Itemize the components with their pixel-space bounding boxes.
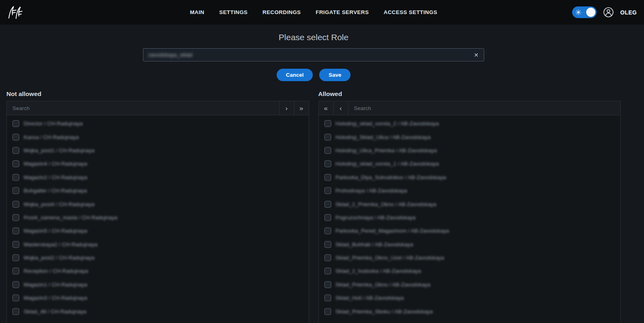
row-checkbox[interactable]: [324, 268, 331, 274]
navbar-right: OLEG: [572, 6, 637, 18]
camera-row[interactable]: Post4_zamena_masla / CH-Radujnaya: [7, 211, 309, 224]
camera-row[interactable]: Magazin4 / CH-Radujnaya: [7, 157, 309, 170]
camera-row[interactable]: Magazin2 / CH-Radujnaya: [7, 171, 309, 184]
camera-label: Mojka_post1 / CH-Radujnaya: [24, 147, 94, 153]
row-checkbox[interactable]: [324, 134, 331, 141]
camera-row[interactable]: Holodnyj_Ulica_Priemka / AB-Zavodskaya: [319, 144, 621, 157]
username: OLEG: [620, 9, 637, 16]
camera-label: Masterskaya2 / CH-Radujnaya: [24, 241, 98, 247]
row-checkbox[interactable]: [12, 201, 19, 208]
camera-row[interactable]: Sklad_Holl / AB-Zavodskaya: [319, 291, 621, 305]
camera-row[interactable]: Mojka_post4 / CH-Radujnaya: [7, 197, 309, 211]
row-checkbox[interactable]: [12, 281, 19, 288]
camera-row[interactable]: Director / CH-Radujnaya: [7, 117, 309, 130]
row-checkbox[interactable]: [12, 294, 19, 301]
row-checkbox[interactable]: [12, 187, 19, 194]
row-checkbox[interactable]: [12, 174, 19, 181]
sun-icon: [575, 9, 581, 15]
camera-label: Sklad_Priemka_Sboku / AB-Zavodskaya: [336, 309, 433, 315]
role-input[interactable]: [143, 49, 484, 61]
nav-link-main[interactable]: MAIN: [190, 9, 204, 15]
row-checkbox[interactable]: [12, 241, 19, 248]
allowed-header: « ‹: [319, 101, 621, 115]
camera-label: Sklad_48 / CH-Radujnaya: [24, 309, 86, 315]
camera-row[interactable]: Parkovka_Dlya_Sotrudnikov / AB-Zavodskay…: [319, 171, 621, 184]
camera-row[interactable]: Sklad_Priemka_Sboku / AB-Zavodskaya: [319, 305, 621, 318]
row-checkbox[interactable]: [12, 214, 19, 221]
content: Please select Role ✕ Cancel Save Not all…: [0, 33, 627, 323]
camera-label: Reception / CH-Radujnaya: [24, 268, 88, 274]
camera-label: Director / CH-Radujnaya: [24, 121, 83, 127]
row-checkbox[interactable]: [324, 187, 331, 194]
allowed-section: Allowed « ‹ Holodnyj_sklad_vorota_2 / AB…: [318, 90, 621, 323]
row-checkbox[interactable]: [324, 294, 331, 301]
allowed-search-input[interactable]: [348, 101, 621, 115]
row-checkbox[interactable]: [324, 120, 331, 127]
row-checkbox[interactable]: [324, 201, 331, 208]
camera-row[interactable]: Reception / CH-Radujnaya: [7, 264, 309, 278]
camera-row[interactable]: Pogruzochnaya / AB-Zavodskaya: [319, 211, 621, 224]
row-checkbox[interactable]: [324, 254, 331, 261]
camera-row[interactable]: Masterskaya2 / CH-Radujnaya: [7, 238, 309, 251]
main-nav: MAIN SETTINGS RECORDINGS FRIGATE SERVERS…: [190, 9, 437, 15]
camera-row[interactable]: Mojka_post1 / CH-Radujnaya: [7, 144, 309, 157]
camera-row[interactable]: Buhgalter / CH-Radujnaya: [7, 184, 309, 197]
row-checkbox[interactable]: [12, 120, 19, 127]
action-row: Cancel Save: [0, 69, 627, 81]
row-checkbox[interactable]: [324, 241, 331, 248]
user-icon[interactable]: [603, 7, 614, 18]
camera-row[interactable]: Sklad_Buhhab / AB-Zavodskaya: [319, 238, 621, 251]
row-checkbox[interactable]: [12, 254, 19, 261]
camera-row[interactable]: Sklad_2_Priemka_Okno / AB-Zavodskaya: [319, 197, 621, 211]
row-checkbox[interactable]: [12, 308, 19, 315]
camera-row[interactable]: Mojka_post2 / CH-Radujnaya: [7, 251, 309, 264]
row-checkbox[interactable]: [12, 268, 19, 274]
camera-row[interactable]: Kassa / CH-Radujnaya: [7, 130, 309, 143]
row-checkbox[interactable]: [12, 160, 19, 167]
nav-link-access-settings[interactable]: ACCESS SETTINGS: [384, 9, 438, 15]
not-allowed-list: Director / CH-Radujnaya Kassa / CH-Raduj…: [7, 115, 309, 318]
app-logo[interactable]: [7, 4, 24, 20]
camera-row[interactable]: Holodnyj_Sklad_Ulica / AB-Zavodskaya: [319, 130, 621, 143]
move-selected-right-button[interactable]: ›: [279, 101, 294, 115]
camera-row[interactable]: Holodnyj_sklad_vorota_2 / AB-Zavodskaya: [319, 117, 621, 130]
row-checkbox[interactable]: [324, 308, 331, 315]
move-selected-left-button[interactable]: ‹: [334, 101, 348, 115]
allowed-list: Holodnyj_sklad_vorota_2 / AB-Zavodskaya …: [319, 115, 621, 318]
nav-link-frigate-servers[interactable]: FRIGATE SERVERS: [316, 9, 369, 15]
row-checkbox[interactable]: [324, 281, 331, 288]
clear-icon[interactable]: ✕: [472, 49, 480, 61]
camera-row[interactable]: Magazin1 / CH-Radujnaya: [7, 278, 309, 291]
move-all-left-button[interactable]: «: [319, 101, 334, 115]
nav-link-recordings[interactable]: RECORDINGS: [263, 9, 301, 15]
camera-label: Parkovka_Dlya_Sotrudnikov / AB-Zavodskay…: [336, 174, 446, 180]
save-button[interactable]: Save: [319, 69, 351, 81]
camera-label: Magazin3 / CH-Radujnaya: [24, 295, 87, 301]
row-checkbox[interactable]: [12, 147, 19, 154]
nav-link-settings[interactable]: SETTINGS: [219, 9, 248, 15]
camera-row[interactable]: Prohodnaya / AB-Zavodskaya: [319, 184, 621, 197]
row-checkbox[interactable]: [324, 160, 331, 167]
row-checkbox[interactable]: [324, 147, 331, 154]
camera-label: Sklad_Priemka_Okno_Uzel / AB-Zavodskaya: [336, 255, 444, 261]
move-all-right-button[interactable]: »: [294, 101, 309, 115]
page-title: Please select Role: [0, 33, 627, 42]
camera-row[interactable]: Parkovka_Pered_Magazinom / AB-Zavodskaya: [319, 224, 621, 237]
theme-toggle[interactable]: [572, 6, 597, 18]
camera-row[interactable]: Holodnyj_sklad_vorota_1 / AB-Zavodskaya: [319, 157, 621, 170]
not-allowed-search-input[interactable]: [7, 101, 279, 115]
cancel-button[interactable]: Cancel: [277, 69, 313, 81]
camera-label: Prohodnaya / AB-Zavodskaya: [336, 188, 408, 194]
camera-row[interactable]: Sklad_Priemka_Okno_Uzel / AB-Zavodskaya: [319, 251, 621, 264]
camera-row[interactable]: Sklad_Priemka_Okno / AB-Zavodskaya: [319, 278, 621, 291]
row-checkbox[interactable]: [12, 227, 19, 234]
row-checkbox[interactable]: [324, 174, 331, 181]
camera-row[interactable]: Magazin3 / CH-Radujnaya: [7, 291, 309, 305]
row-checkbox[interactable]: [324, 227, 331, 234]
frigate-logo-icon: [7, 5, 23, 20]
row-checkbox[interactable]: [324, 214, 331, 221]
camera-row[interactable]: Sklad_2_hodovka / AB-Zavodskaya: [319, 264, 621, 278]
row-checkbox[interactable]: [12, 134, 19, 141]
camera-row[interactable]: Magazin5 / CH-Radujnaya: [7, 224, 309, 237]
camera-row[interactable]: Sklad_48 / CH-Radujnaya: [7, 305, 309, 318]
